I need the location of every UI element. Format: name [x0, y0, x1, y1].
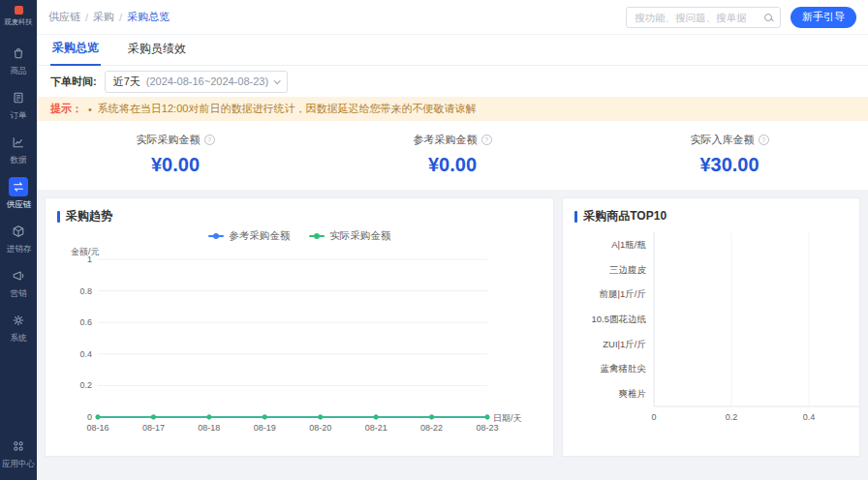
metric-label: 实际采购金额? [137, 133, 215, 147]
metric-value: ¥0.00 [428, 154, 477, 176]
sidebar-item-app-center[interactable]: 应用中心 [1, 436, 36, 470]
panel-title-text: 采购商品TOP10 [583, 208, 666, 225]
svg-text:三边腹皮: 三边腹皮 [609, 264, 647, 275]
svg-text:08-23: 08-23 [476, 423, 498, 433]
svg-text:08-17: 08-17 [142, 423, 165, 433]
supply-chain-icon [9, 177, 28, 196]
sidebar-item-data[interactable]: 数据 [0, 130, 37, 169]
charts-section: 采购趋势 参考采购金额实际采购金额 00.20.40.60.81金额/元08-1… [37, 190, 868, 480]
svg-text:A|1瓶/瓶: A|1瓶/瓶 [612, 239, 647, 250]
sidebar-item-inventory[interactable]: 进销存 [0, 219, 37, 258]
date-range-detail: (2024-08-16~2024-08-23) [146, 75, 268, 87]
metrics-row: 实际采购金额?¥0.00参考采购金额?¥0.00实际入库金额?¥30.00 [37, 121, 868, 190]
search-input[interactable] [635, 12, 764, 23]
logo-icon [15, 6, 23, 15]
tab-purchase-overview[interactable]: 采购总览 [50, 33, 101, 66]
sidebar-item-label: 进销存 [6, 243, 31, 255]
info-icon[interactable]: ? [759, 135, 769, 145]
logo-text: 观麦科技 [4, 16, 32, 26]
notice-text: 系统将在当日12:00对前日的数据进行统计，因数据延迟给您带来的不便敬请谅解 [98, 102, 477, 116]
data-icon [9, 133, 28, 152]
goods-icon [9, 44, 28, 63]
svg-text:金额/元: 金额/元 [71, 247, 100, 256]
marketing-icon [9, 266, 28, 285]
breadcrumb-item[interactable]: 采购 [93, 10, 114, 24]
metric-actual-purchase: 实际采购金额?¥0.00 [37, 133, 314, 176]
sidebar: 观麦科技 商品订单数据供应链进销存营销系统 应用中心 [0, 0, 37, 480]
svg-text:0.2: 0.2 [726, 412, 738, 422]
notice-bar: 提示： • 系统将在当日12:00对前日的数据进行统计，因数据延迟给您带来的不便… [37, 97, 868, 121]
svg-text:08-19: 08-19 [254, 423, 276, 433]
tabs: 采购总览采购员绩效 [37, 35, 868, 66]
breadcrumb-item: 采购总览 [127, 10, 170, 24]
legend-marker [309, 235, 325, 237]
svg-text:日期/天: 日期/天 [493, 413, 522, 423]
legend-item[interactable]: 参考采购金额 [208, 229, 290, 243]
info-icon[interactable]: ? [204, 135, 215, 145]
metric-reference-purchase: 参考采购金额?¥0.00 [314, 133, 591, 176]
svg-text:前腿|1斤/斤: 前腿|1斤/斤 [600, 288, 646, 299]
metric-label: 实际入库金额? [691, 133, 769, 147]
top10-panel: 采购商品TOP10 00.20.4A|1瓶/瓶三边腹皮前腿|1斤/斤10.5圆花… [562, 197, 860, 457]
inventory-icon [9, 222, 28, 241]
breadcrumb-separator: / [85, 12, 88, 23]
main-area: 供应链/采购/采购总览 新手引导 采购总览采购员绩效 下单时间: 近7天 (20… [37, 0, 868, 480]
topbar-right: 新手引导 [626, 7, 856, 28]
legend-marker [208, 235, 224, 237]
app-logo: 观麦科技 [3, 6, 34, 27]
search-icon[interactable] [764, 14, 772, 21]
svg-text:ZUI|1斤/斤: ZUI|1斤/斤 [604, 339, 647, 349]
sidebar-item-label: 订单 [10, 109, 26, 121]
svg-text:08-22: 08-22 [420, 423, 443, 433]
svg-text:0.4: 0.4 [79, 349, 92, 359]
svg-text:0.8: 0.8 [79, 286, 92, 296]
sidebar-item-label: 系统 [10, 332, 26, 344]
svg-text:08-20: 08-20 [309, 423, 331, 433]
legend-item[interactable]: 实际采购金额 [309, 229, 390, 243]
sidebar-item-system[interactable]: 系统 [0, 308, 37, 347]
guide-button[interactable]: 新手引导 [790, 7, 856, 28]
svg-text:0.4: 0.4 [803, 412, 816, 422]
app-center-label: 应用中心 [2, 458, 35, 469]
metric-value: ¥0.00 [151, 154, 200, 176]
sidebar-item-label: 营销 [10, 287, 26, 299]
sidebar-item-orders[interactable]: 订单 [0, 85, 37, 125]
sidebar-nav: 商品订单数据供应链进销存营销系统 [0, 41, 37, 347]
bullet-icon: • [88, 104, 92, 115]
orders-icon [9, 88, 28, 107]
trend-panel: 采购趋势 参考采购金额实际采购金额 00.20.40.60.81金额/元08-1… [45, 197, 554, 457]
info-icon[interactable]: ? [481, 135, 492, 145]
sidebar-item-supply-chain[interactable]: 供应链 [0, 174, 37, 214]
sidebar-item-marketing[interactable]: 营销 [0, 263, 37, 303]
svg-text:08-18: 08-18 [198, 423, 220, 433]
metric-label: 参考采购金额? [414, 133, 492, 147]
overview-header-block: 采购总览采购员绩效 下单时间: 近7天 (2024-08-16~2024-08-… [37, 35, 868, 190]
svg-text:0.2: 0.2 [79, 380, 92, 390]
svg-text:0: 0 [652, 412, 657, 422]
svg-text:08-16: 08-16 [86, 423, 108, 433]
svg-text:08-21: 08-21 [365, 423, 388, 433]
trend-chart: 00.20.40.60.81金额/元08-1608-1708-1808-1908… [57, 244, 542, 442]
metric-value: ¥30.00 [699, 154, 759, 176]
breadcrumb: 供应链/采购/采购总览 [48, 10, 170, 24]
title-accent-bar [57, 211, 60, 223]
svg-text:蓝禽猪肚尖: 蓝禽猪肚尖 [601, 363, 647, 374]
breadcrumb-item[interactable]: 供应链 [48, 10, 80, 24]
tab-buyer-performance[interactable]: 采购员绩效 [126, 34, 188, 65]
search-box[interactable] [626, 7, 781, 28]
svg-text:0.6: 0.6 [79, 317, 92, 327]
filter-label: 下单时间: [50, 75, 97, 89]
chart-legend: 参考采购金额实际采购金额 [57, 228, 542, 244]
svg-text:爽椎片: 爽椎片 [619, 388, 647, 399]
sidebar-item-label: 商品 [10, 65, 26, 76]
svg-text:10.5圆花边纸: 10.5圆花边纸 [592, 314, 647, 324]
top10-chart: 00.20.4A|1瓶/瓶三边腹皮前腿|1斤/斤10.5圆花边纸ZUI|1斤/斤… [574, 225, 860, 432]
topbar: 供应链/采购/采购总览 新手引导 [37, 0, 868, 35]
system-icon [9, 311, 28, 330]
sidebar-item-goods[interactable]: 商品 [0, 41, 37, 80]
breadcrumb-separator: / [119, 12, 122, 23]
trend-panel-title: 采购趋势 [57, 208, 542, 225]
sidebar-item-label: 数据 [10, 154, 26, 165]
date-range-select[interactable]: 近7天 (2024-08-16~2024-08-23) [105, 71, 288, 93]
svg-text:0: 0 [87, 412, 92, 422]
